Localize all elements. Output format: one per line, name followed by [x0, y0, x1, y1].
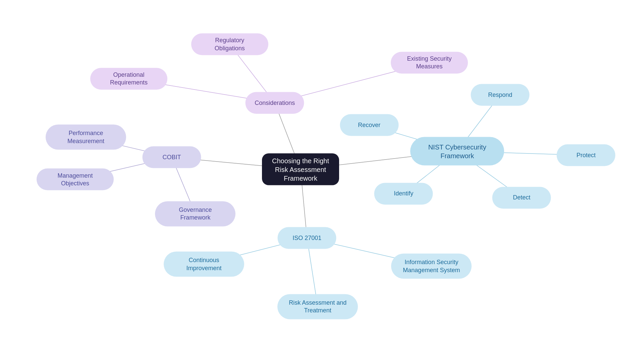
node-considerations: Considerations — [246, 92, 304, 114]
node-recover: Recover — [340, 114, 398, 136]
node-governance: Governance Framework — [155, 201, 235, 226]
node-continuous: Continuous Improvement — [164, 252, 244, 277]
node-regulatory: Regulatory Obligations — [191, 34, 268, 55]
node-nist: NIST Cybersecurity Framework — [410, 137, 504, 166]
node-operational: Operational Requirements — [90, 68, 167, 89]
node-isms: Information Security Management System — [391, 254, 472, 279]
node-performance: Performance Measurement — [46, 125, 126, 150]
mind-map-canvas: Choosing the Right Risk Assessment Frame… — [0, 0, 644, 363]
node-center: Choosing the Right Risk Assessment Frame… — [262, 154, 339, 185]
node-management: Management Objectives — [37, 169, 114, 190]
node-identify: Identify — [374, 183, 433, 204]
node-iso: ISO 27001 — [278, 227, 336, 249]
node-respond: Respond — [471, 84, 530, 106]
node-risk: Risk Assessment and Treatment — [277, 294, 358, 319]
node-detect: Detect — [492, 187, 551, 208]
node-existing: Existing Security Measures — [391, 52, 468, 73]
node-protect: Protect — [557, 144, 615, 166]
node-cobit: COBIT — [143, 146, 201, 168]
